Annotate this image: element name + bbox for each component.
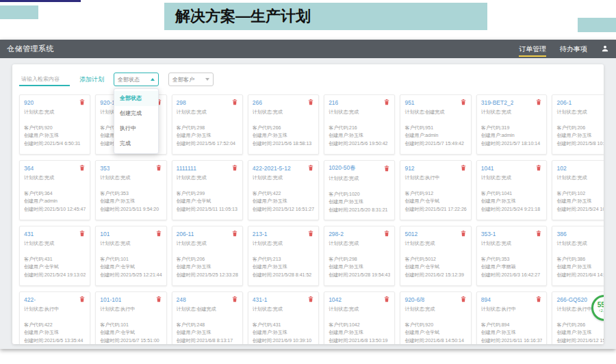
delete-card-button[interactable] (535, 230, 542, 237)
card-user-line: 创建用户:仓学斌 (405, 197, 466, 205)
plan-card[interactable]: 102 计划状态:完成 客户代码:102 创建用户:孙玉珠 创建时间:2021/… (552, 160, 604, 220)
card-title: 5012 (405, 231, 418, 237)
add-plan-button[interactable]: 添加计划 (79, 75, 104, 84)
plan-card[interactable]: 266-GQ520 计划状态:执行中 客户代码:266 创建用户:孙玉珠 创建时… (552, 291, 604, 344)
plan-card[interactable]: 422-2021-5-12 计划状态:完成 客户代码:422 创建用户:孙玉珠 … (248, 160, 319, 220)
plan-card[interactable]: 298-2 计划状态:完成 客户代码:298 创建用户:孙玉珠 创建时间:202… (324, 226, 395, 286)
delete-card-button[interactable] (535, 296, 542, 303)
plan-card[interactable]: 386 计划状态:完成 客户代码:386 创建用户:孙玉珠 创建时间:2021/… (552, 226, 604, 286)
card-user-line: 创建用户:孙玉珠 (556, 197, 604, 205)
delete-card-button[interactable] (79, 230, 86, 237)
delete-card-button[interactable] (383, 230, 390, 237)
status-filter-select[interactable]: 全部状态 (114, 73, 159, 86)
plan-card[interactable]: 353 计划状态:完成 客户代码:353 创建用户:孙玉珠 创建时间:2021/… (95, 160, 166, 220)
trash-icon (308, 229, 313, 239)
plan-card[interactable]: 216 计划状态:完成 客户代码:216 创建用户:孙玉珠 创建时间:2021/… (324, 94, 395, 155)
card-customer-line: 客户代码:920 (24, 124, 86, 132)
delete-card-button[interactable] (460, 164, 467, 172)
content-panel: 添加计划 全部状态 全部客户 全部状态创建完成执行中完成 920 计划状态:完成… (12, 64, 604, 344)
delete-card-button[interactable] (460, 230, 467, 237)
card-customer-line: 客户代码:422 (253, 190, 314, 198)
card-user-line: 创建用户:孙玉珠 (481, 197, 543, 205)
user-menu-button[interactable] (601, 40, 609, 58)
card-status-line: 计划状态:创建完成 (177, 305, 238, 313)
plan-card[interactable]: 101-101 计划状态:执行中 客户代码:101 创建用户:仓学斌 创建时间:… (95, 291, 166, 344)
card-status-line: 计划状态:完成 (329, 305, 390, 313)
trash-icon (536, 294, 541, 304)
delete-card-button[interactable] (79, 296, 86, 303)
plan-card[interactable]: 248 计划状态:创建完成 客户代码:248 创建用户:孙玉珠 创建时间:202… (172, 291, 243, 344)
plan-card[interactable]: 319-BET2_2 计划状态:完成 客户代码:319 创建用户:admin 创… (476, 94, 548, 155)
delete-card-button[interactable] (307, 230, 314, 237)
plan-card[interactable]: 912 计划状态:执行中 客户代码:912 创建用户:仓学斌 创建时间:2021… (400, 160, 471, 220)
plan-card[interactable]: 920 计划状态:完成 客户代码:920 创建用户:孙玉珠 创建时间:2021/… (19, 94, 90, 155)
card-user-line: 创建用户:孙玉珠 (253, 197, 314, 205)
delete-card-button[interactable] (460, 296, 467, 303)
nav-item-order-management[interactable]: 订单管理 (519, 40, 546, 58)
card-user-line: 创建用户:李丽颖 (481, 263, 543, 271)
card-time-line: 创建时间:2021/5/20 8:31:21 (329, 206, 390, 214)
card-status-line: 计划状态:完成 (329, 239, 390, 248)
trash-icon (79, 294, 85, 304)
status-filter-value: 全部状态 (118, 76, 140, 83)
delete-card-button[interactable] (383, 296, 390, 303)
plan-card[interactable]: 206-1 计划状态:完成 客户代码:206 创建用户:孙玉珠 创建时间:202… (552, 94, 604, 155)
plan-card[interactable]: 951 计划状态:创建完成 客户代码:951 创建用户:admin 创建时间:2… (400, 94, 471, 155)
card-time-line: 创建时间:2021/5/6 18:58:13 (253, 140, 314, 148)
delete-card-button[interactable] (535, 164, 542, 172)
card-user-line: 创建用户:admin (405, 131, 466, 140)
search-input[interactable] (19, 73, 70, 86)
app-window: 仓储管理系统 订单管理 待办事项 添加计划 全部状态 全部客户 全部状态创建 (0, 40, 616, 349)
delete-card-button[interactable] (307, 164, 314, 172)
delete-card-button[interactable] (383, 165, 390, 172)
card-user-line: 创建用户:孙玉珠 (556, 263, 604, 271)
chevron-up-icon (151, 78, 155, 81)
delete-card-button[interactable] (307, 99, 314, 106)
delete-card-button[interactable] (231, 230, 238, 237)
status-option[interactable]: 完成 (114, 136, 158, 151)
status-option[interactable]: 创建完成 (114, 106, 158, 121)
plan-card[interactable]: 431 计划状态:完成 客户代码:431 创建用户:仓学斌 创建时间:2021/… (19, 226, 90, 286)
trash-icon (156, 229, 162, 239)
card-status-line: 计划状态:完成 (556, 174, 604, 182)
card-user-line: 创建用户:孙玉珠 (253, 263, 314, 271)
plan-card[interactable]: 298 计划状态:完成 客户代码:298 创建用户:孙玉珠 创建时间:2021/… (172, 94, 243, 155)
plan-card[interactable]: 1042 计划状态:完成 客户代码:1042 创建用户:孙玉珠 创建时间:202… (324, 291, 395, 344)
delete-card-button[interactable] (383, 99, 390, 106)
plan-card[interactable]: 422- 计划状态:执行中 客户代码:422 创建用户:孙玉珠 创建时间:202… (19, 291, 90, 344)
plan-card[interactable]: 5012 计划状态:完成 客户代码:5012 创建用户:仓学斌 创建时间:202… (400, 226, 471, 286)
card-user-line: 创建用户:仓学斌 (100, 328, 162, 337)
delete-card-button[interactable] (79, 99, 86, 106)
delete-card-button[interactable] (307, 296, 314, 303)
delete-card-button[interactable] (460, 99, 467, 106)
card-customer-line: 客户代码:213 (253, 255, 314, 263)
delete-card-button[interactable] (231, 99, 238, 106)
status-option[interactable]: 执行中 (114, 121, 158, 136)
delete-card-button[interactable] (79, 164, 86, 172)
plan-card[interactable]: 1020-50春 计划状态:完成 客户代码:1020 创建用户:孙玉珠 创建时间… (324, 160, 395, 220)
plan-card[interactable]: 364 计划状态:完成 客户代码:364 创建用户:admin 创建时间:202… (19, 160, 90, 220)
plan-card[interactable]: 431-1 计划状态:完成 客户代码:431 创建用户:孙玉珠 创建时间:202… (248, 291, 319, 344)
plan-card[interactable]: 353-1 计划状态:完成 客户代码:353 创建用户:李丽颖 创建时间:202… (476, 226, 548, 286)
delete-card-button[interactable] (231, 296, 238, 303)
customer-filter-select[interactable]: 全部客户 (168, 73, 214, 86)
plan-card[interactable]: 920-6/8 计划状态:完成 客户代码:920 创建用户:仓学斌 创建时间:2… (400, 291, 471, 344)
plan-card[interactable]: 1111111 计划状态:完成 客户代码:299 创建用户:仓学斌 创建时间:2… (172, 160, 243, 220)
delete-card-button[interactable] (155, 164, 162, 172)
trash-icon (536, 229, 541, 239)
card-user-line: 创建用户:孙玉珠 (556, 328, 604, 337)
card-customer-line: 客户代码:912 (405, 190, 466, 198)
plan-card[interactable]: 894 计划状态:执行中 客户代码:894 创建用户:孙玉珠 创建时间:2021… (476, 291, 548, 344)
plan-card[interactable]: 101 计划状态:完成 客户代码:101 创建用户:仓学斌 创建时间:2021/… (95, 226, 166, 286)
plan-card[interactable]: 266 计划状态:完成 客户代码:266 创建用户:孙玉珠 创建时间:2021/… (248, 94, 319, 155)
delete-card-button[interactable] (231, 164, 238, 172)
delete-card-button[interactable] (535, 99, 542, 106)
delete-card-button[interactable] (155, 230, 162, 237)
nav-item-todo[interactable]: 待办事项 (560, 40, 587, 58)
plan-card[interactable]: 206-11 计划状态:完成 客户代码:206 创建用户:孙玉珠 创建时间:20… (172, 226, 243, 286)
plan-card[interactable]: 213-1 计划状态:完成 客户代码:213 创建用户:孙玉珠 创建时间:202… (248, 226, 319, 286)
card-user-line: 创建用户:仓学斌 (177, 197, 238, 205)
plan-card[interactable]: 1041 计划状态:完成 客户代码:1041 创建用户:孙玉珠 创建时间:202… (476, 160, 548, 220)
delete-card-button[interactable] (155, 296, 162, 303)
status-option[interactable]: 全部状态 (114, 91, 158, 106)
